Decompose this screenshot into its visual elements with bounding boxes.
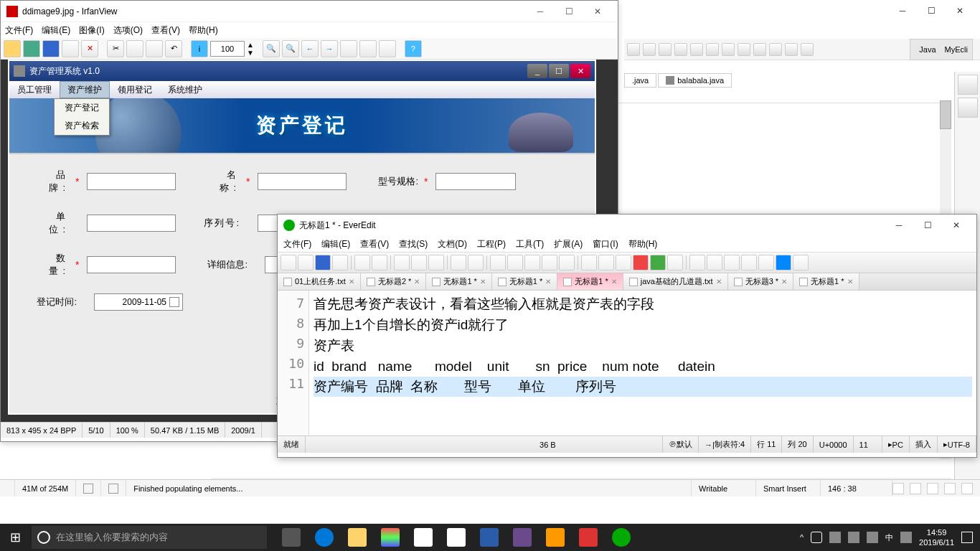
ee-editor[interactable]: 7891011 首先思考资产表设计，看着这些输入框就是资产表的字段 再加上1个自… [278,291,976,435]
ee-tab[interactable]: 无标题2 *✕ [361,273,426,290]
asset-titlebar[interactable]: 资产管理系统 v1.0 _ ☐ ✕ [9,61,595,81]
onedrive-icon[interactable] [829,532,841,543]
eclipse-side-icon[interactable] [958,75,978,95]
ee-tab[interactable]: 无标题3 *✕ [728,273,793,290]
ee-redo-icon[interactable] [372,255,387,270]
app-button[interactable] [507,524,538,551]
tab-close-icon[interactable]: ✕ [847,278,853,286]
ee-cut-icon[interactable] [394,255,410,270]
irfan-menu-image[interactable]: 图像(I) [79,24,104,37]
eclipse-tool-icon[interactable] [785,43,798,56]
eclipse-maximize-button[interactable]: ☐ [917,2,946,19]
model-input[interactable] [435,173,516,190]
eclipse-status-icon[interactable] [910,483,921,494]
eclipse-tool-icon[interactable] [801,43,814,56]
volume-icon[interactable] [848,532,859,543]
eclipse-perspective-myecli[interactable]: MyEcli [945,45,968,54]
tool-icon[interactable] [359,40,377,57]
ee-status-pc[interactable]: ▸ PC [882,436,910,453]
asset-close-button[interactable]: ✕ [570,64,590,78]
eclipse-tool-icon[interactable] [722,43,735,56]
ee-tool-icon[interactable] [667,255,683,270]
eclipse-status-icon[interactable] [944,483,956,494]
ee-titlebar[interactable]: 无标题1 * - EverEdit ─ ☐ ✕ [278,215,976,236]
app-button[interactable] [573,524,604,551]
ee-menu-tools[interactable]: 工具(T) [516,238,544,250]
ee-record-icon[interactable] [633,255,649,270]
store-button[interactable] [440,524,472,551]
ee-undo-icon[interactable] [354,255,370,270]
irfan-menu-edit[interactable]: 编辑(E) [42,24,70,37]
eclipse-tool-icon[interactable] [627,43,640,56]
next-icon[interactable]: → [321,40,338,57]
eclipse-tool-icon[interactable] [643,43,656,56]
trash-icon[interactable] [83,484,93,494]
ee-tool-icon[interactable] [451,255,466,270]
ee-tab[interactable]: 无标题1 *✕ [793,273,859,290]
asset-dropdown-search[interactable]: 资产检索 [55,117,109,135]
tab-close-icon[interactable]: ✕ [545,278,551,286]
date-field[interactable]: 2009-11-05 [94,293,183,311]
notification-icon[interactable] [961,532,973,543]
ee-tab[interactable]: 无标题1 *✕ [426,273,491,290]
edge-button[interactable] [308,524,340,551]
eclipse-status-icon[interactable] [961,483,973,494]
eclipse-tool-icon[interactable] [690,43,703,56]
ee-save-icon[interactable] [315,255,331,270]
eclipse-tool-icon[interactable] [659,43,672,56]
start-button[interactable]: ⊞ [0,524,30,551]
irfan-minimize-button[interactable]: ─ [526,3,555,20]
eclipse-side-icon[interactable] [958,98,978,118]
ee-menu-project[interactable]: 工程(P) [477,238,506,250]
everedit-button[interactable] [606,524,637,551]
tab-close-icon[interactable]: ✕ [480,278,486,286]
tool-icon[interactable] [340,40,357,57]
ee-new-icon[interactable] [281,255,296,270]
zoom-input[interactable] [210,41,245,57]
ee-status-enc[interactable]: ℗ 默认 [663,436,699,453]
ee-menu-help[interactable]: 帮助(H) [628,238,658,250]
asset-menu-system[interactable]: 系统维护 [160,81,210,98]
ee-paste-icon[interactable] [428,255,444,270]
ee-browser-icon[interactable] [776,255,791,270]
ee-tool-icon[interactable] [724,255,740,270]
ee-tab[interactable]: java基础的几道题.txt✕ [623,273,728,290]
ee-tool-icon[interactable] [490,255,506,270]
calendar-icon[interactable] [169,297,179,307]
cut-icon[interactable]: ✂ [107,40,124,57]
ee-menu-doc[interactable]: 文档(D) [438,238,467,250]
ee-minimize-button[interactable]: ─ [885,215,913,235]
ee-maximize-button[interactable]: ☐ [913,215,942,235]
ee-menu-edit[interactable]: 编辑(E) [321,238,350,250]
tool-icon[interactable] [379,40,396,57]
explorer-button[interactable] [341,524,373,551]
ee-tool-icon[interactable] [581,255,597,270]
eclipse-status-icon[interactable] [892,483,904,494]
vm-button[interactable] [540,524,571,551]
app-button[interactable] [374,524,406,551]
eclipse-minimize-button[interactable]: ─ [888,2,917,19]
info-icon[interactable]: i [191,40,208,57]
eclipse-status-icon[interactable] [927,483,938,494]
open-icon[interactable] [4,40,21,57]
delete-icon[interactable]: ✕ [81,40,98,57]
asset-menu-maintenance[interactable]: 资产维护 [60,81,110,98]
eclipse-tab[interactable]: .java [624,73,656,88]
ee-tool-icon[interactable] [616,255,631,270]
ee-menu-view[interactable]: 查看(V) [360,238,389,250]
ee-menu-ext[interactable]: 扩展(A) [554,238,583,250]
irfan-close-button[interactable]: ✕ [583,3,612,20]
tray-expand-icon[interactable]: ^ [800,533,804,542]
ee-tool-icon[interactable] [468,255,484,270]
eclipse-tool-icon[interactable] [706,43,719,56]
tab-close-icon[interactable]: ✕ [611,278,617,286]
tab-close-icon[interactable]: ✕ [414,278,420,286]
taskview-button[interactable] [275,524,307,551]
eclipse-perspective-java[interactable]: Java [919,45,936,54]
ee-menu-file[interactable]: 文件(F) [283,238,311,250]
prev-icon[interactable]: ← [301,40,319,57]
ee-tool-icon[interactable] [524,255,540,270]
wifi-icon[interactable] [867,532,878,543]
asset-minimize-button[interactable]: _ [527,64,547,78]
zoomin-icon[interactable]: 🔍 [282,40,299,57]
